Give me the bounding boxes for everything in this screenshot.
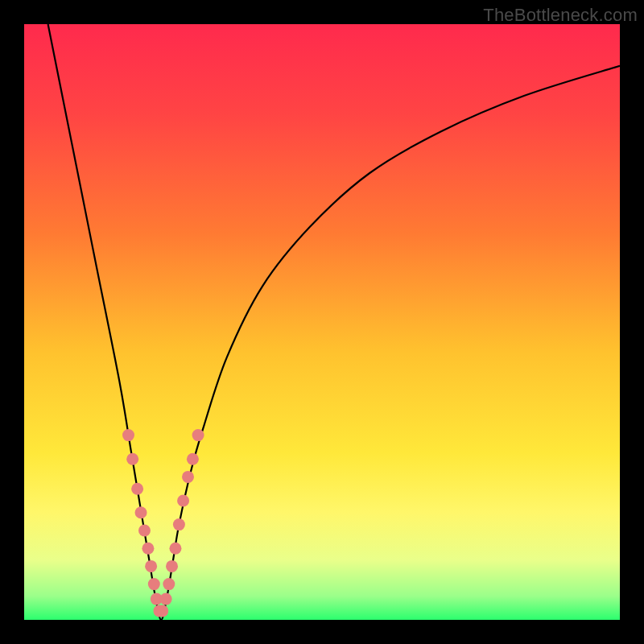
plot-area xyxy=(24,24,620,620)
bottleneck-curve xyxy=(48,24,620,620)
marker-point xyxy=(138,525,151,537)
marker-point xyxy=(182,471,194,483)
marker-point xyxy=(156,605,168,617)
highlight-markers xyxy=(122,429,204,617)
marker-point xyxy=(148,578,160,590)
watermark-text: TheBottleneck.com xyxy=(483,5,638,26)
marker-point xyxy=(166,560,178,572)
marker-point xyxy=(192,429,204,441)
chart-frame: TheBottleneck.com xyxy=(0,0,644,644)
marker-point xyxy=(169,543,181,555)
marker-point xyxy=(173,518,185,530)
marker-point xyxy=(160,593,172,605)
marker-point xyxy=(126,453,138,465)
marker-point xyxy=(177,495,189,507)
marker-point xyxy=(131,483,143,495)
marker-point xyxy=(163,578,175,590)
marker-point xyxy=(145,560,157,572)
marker-point xyxy=(135,506,147,518)
marker-point xyxy=(142,543,154,555)
marker-point xyxy=(122,429,134,441)
marker-point xyxy=(187,453,199,465)
curve-layer xyxy=(24,24,620,620)
